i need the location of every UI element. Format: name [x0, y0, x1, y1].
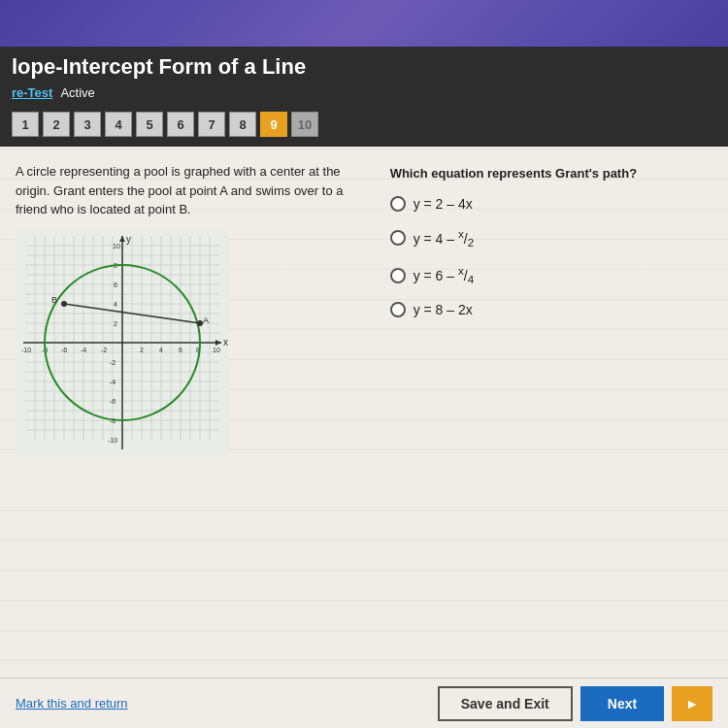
- active-label: Active: [60, 85, 94, 100]
- top-bar: [0, 0, 728, 47]
- q-num-6[interactable]: 6: [167, 112, 194, 137]
- option-4-label: y = 8 – 2x: [414, 302, 473, 317]
- q-num-9[interactable]: 9: [260, 112, 287, 137]
- pretest-label[interactable]: re-Test: [12, 85, 52, 100]
- footer-bar: Mark this and return Save and Exit Next …: [0, 678, 728, 728]
- svg-text:A: A: [203, 315, 209, 325]
- next-arrow-button[interactable]: ►: [672, 686, 712, 721]
- mark-return-link[interactable]: Mark this and return: [16, 696, 128, 711]
- right-panel: Which equation represents Grant's path? …: [390, 162, 712, 690]
- svg-point-70: [61, 301, 67, 307]
- svg-text:-6: -6: [110, 398, 116, 405]
- option-1-label: y = 2 – 4x: [414, 196, 473, 212]
- option-1[interactable]: y = 2 – 4x: [390, 196, 712, 212]
- svg-text:10: 10: [113, 243, 120, 249]
- svg-text:10: 10: [213, 347, 220, 353]
- q-num-2[interactable]: 2: [43, 112, 70, 137]
- q-num-4[interactable]: 4: [105, 112, 132, 137]
- svg-text:B: B: [51, 295, 57, 305]
- q-num-1[interactable]: 1: [12, 112, 39, 137]
- question-number-bar: 1 2 3 4 5 6 7 8 9 10: [0, 108, 728, 147]
- svg-text:6: 6: [114, 281, 117, 288]
- svg-text:-10: -10: [108, 437, 117, 444]
- q-num-3[interactable]: 3: [74, 112, 101, 137]
- option-2-label: y = 4 – x/2: [414, 227, 475, 248]
- option-3[interactable]: y = 6 – x/4: [390, 264, 712, 285]
- svg-text:-10: -10: [21, 347, 31, 353]
- svg-text:6: 6: [179, 347, 182, 353]
- q-num-5[interactable]: 5: [136, 112, 163, 137]
- option-4[interactable]: y = 8 – 2x: [390, 302, 712, 317]
- svg-text:2: 2: [140, 347, 144, 353]
- svg-text:x: x: [223, 337, 228, 347]
- footer-right: Save and Exit Next ►: [438, 686, 712, 721]
- option-3-label: y = 6 – x/4: [414, 264, 475, 285]
- title-bar: lope-Intercept Form of a Line: [0, 47, 728, 83]
- page-title: lope-Intercept Form of a Line: [12, 54, 716, 80]
- q-num-8[interactable]: 8: [229, 112, 256, 137]
- svg-text:-6: -6: [61, 347, 67, 353]
- radio-1[interactable]: [390, 196, 406, 212]
- coordinate-graph: y x -10 -8 -6 -4 -2 2 4 6 8 10 10 8 6: [16, 231, 229, 454]
- svg-text:4: 4: [114, 301, 117, 308]
- next-button[interactable]: Next: [580, 686, 664, 721]
- radio-4[interactable]: [390, 302, 406, 317]
- radio-3[interactable]: [390, 268, 406, 283]
- q-num-7[interactable]: 7: [198, 112, 225, 137]
- question-text: A circle representing a pool is graphed …: [16, 162, 371, 219]
- q-num-10[interactable]: 10: [291, 112, 318, 137]
- svg-text:2: 2: [114, 320, 117, 327]
- svg-text:-4: -4: [81, 347, 86, 353]
- subtitle-bar: re-Test Active: [0, 83, 728, 108]
- option-2[interactable]: y = 4 – x/2: [390, 227, 712, 248]
- radio-2[interactable]: [390, 230, 406, 246]
- save-exit-button[interactable]: Save and Exit: [438, 686, 573, 721]
- svg-text:-4: -4: [110, 379, 116, 385]
- graph-container: y x -10 -8 -6 -4 -2 2 4 6 8 10 10 8 6: [16, 231, 229, 454]
- main-content: A circle representing a pool is graphed …: [0, 147, 728, 690]
- right-question-label: Which equation represents Grant's path?: [390, 166, 712, 181]
- svg-text:-2: -2: [110, 359, 116, 366]
- svg-text:4: 4: [159, 347, 163, 353]
- svg-text:-2: -2: [101, 347, 107, 353]
- svg-text:y: y: [126, 234, 131, 245]
- left-panel: A circle representing a pool is graphed …: [16, 162, 371, 690]
